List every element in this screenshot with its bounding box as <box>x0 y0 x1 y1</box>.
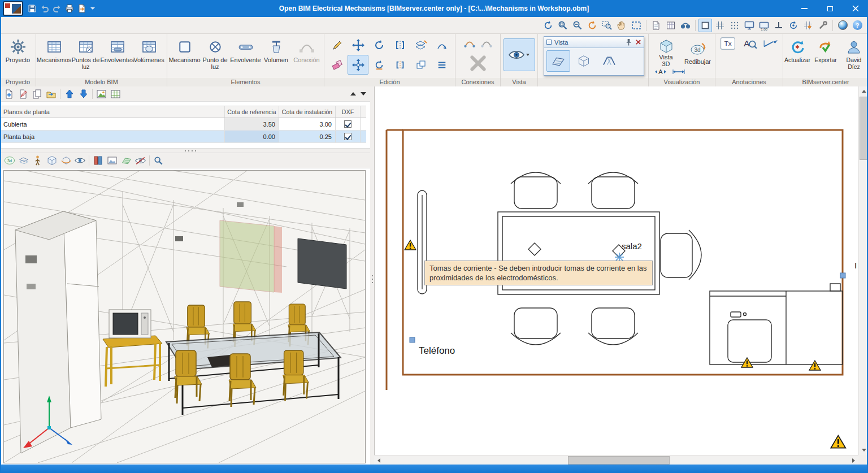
walkthrough-person-icon[interactable] <box>31 154 45 167</box>
bim-3d-sphere-icon[interactable] <box>836 19 849 32</box>
connection-segment-icon[interactable] <box>462 38 477 49</box>
close-button[interactable] <box>843 0 868 17</box>
horizontal-scrollbar[interactable] <box>374 455 858 465</box>
table-row[interactable]: Cubierta 3.50 3.00 <box>0 118 366 131</box>
grid-icon[interactable] <box>713 19 727 32</box>
wrench-icon[interactable] <box>816 19 830 32</box>
light-symbols[interactable] <box>528 243 625 257</box>
envolvente-button[interactable]: Envolvente <box>231 35 261 77</box>
redibujar-button[interactable]: 3d Redibujar <box>682 37 714 67</box>
edit-pencil-icon[interactable] <box>327 35 348 55</box>
cube-view-icon[interactable] <box>45 154 59 167</box>
user-account-button[interactable]: David Díez <box>840 35 868 77</box>
microwave[interactable] <box>109 310 151 338</box>
import-plan-button[interactable] <box>44 88 58 101</box>
offset-arc-icon[interactable] <box>431 35 452 55</box>
vista-floating-panel[interactable]: Vista <box>544 36 644 76</box>
undo-button[interactable] <box>38 2 51 15</box>
column-header-ref[interactable]: Cota de referencia <box>225 106 279 118</box>
binoculars-icon[interactable] <box>679 19 692 32</box>
vertical-splitter[interactable] <box>370 86 374 465</box>
save-button[interactable] <box>26 2 38 15</box>
move-up-button[interactable] <box>62 88 76 101</box>
plan-inst-cell[interactable]: 3.00 <box>279 118 336 130</box>
grid-settings-icon[interactable] <box>801 19 815 32</box>
border-visibility-icon[interactable] <box>698 19 712 32</box>
find-text-icon[interactable]: A <box>740 35 759 52</box>
text-tool-icon[interactable]: Tx <box>718 35 737 52</box>
scroll-left-button[interactable] <box>374 455 384 465</box>
mecanismo-button[interactable]: Mecanismo <box>170 35 200 77</box>
rotate-copy-icon[interactable] <box>368 55 389 75</box>
column-header-name[interactable]: Planos de planta <box>0 106 225 118</box>
edit-plan-button[interactable] <box>16 88 30 101</box>
visibility-eye-button[interactable] <box>504 38 535 71</box>
hide-elements-icon[interactable] <box>133 154 147 167</box>
section-columns-icon[interactable] <box>91 154 105 167</box>
duplicate-icon[interactable] <box>410 55 431 75</box>
exportar-button[interactable]: Exportar <box>811 35 840 77</box>
dxf-checkbox[interactable] <box>344 133 351 140</box>
zoom-window-icon[interactable] <box>600 19 614 32</box>
punto-de-luz-button[interactable]: Punto de luz <box>200 35 231 77</box>
mecanismos-button[interactable]: Mecanismos <box>38 35 70 77</box>
glazed-partition[interactable] <box>220 220 282 293</box>
add-plan-button[interactable] <box>2 88 16 101</box>
quick-access-caret-icon[interactable] <box>90 7 95 10</box>
collapse-up-button[interactable] <box>348 88 358 101</box>
pin-icon[interactable] <box>626 38 632 46</box>
workplane-icon[interactable] <box>119 154 133 167</box>
screen-icon[interactable] <box>743 19 756 32</box>
zoom-out-icon[interactable] <box>571 19 584 32</box>
volumenes-button[interactable]: Volúmenes <box>133 35 165 77</box>
rotate-icon[interactable] <box>368 35 389 55</box>
redraw-icon[interactable] <box>585 19 599 32</box>
view-3d-canvas[interactable] <box>3 170 366 463</box>
zoom-extents-icon[interactable] <box>556 19 570 32</box>
redo-button[interactable] <box>51 2 63 15</box>
plan-dxf-cell[interactable] <box>336 131 361 142</box>
envolventes-button[interactable]: Envolventes <box>102 35 133 77</box>
plan-inst-cell[interactable]: 0.25 <box>279 131 336 142</box>
fridge[interactable] <box>15 211 101 453</box>
zoom-3d-icon[interactable] <box>151 154 166 167</box>
view-3d-cube-button[interactable] <box>572 50 596 72</box>
puntos-de-luz-button[interactable]: Puntos de luz <box>70 35 102 77</box>
plan-ref-cell[interactable]: 0.00 <box>225 131 279 142</box>
plan-dxf-cell[interactable] <box>336 118 361 130</box>
print-button[interactable] <box>63 2 76 15</box>
actualizar-button[interactable]: Actualizar <box>783 35 811 77</box>
array-layers-icon[interactable] <box>431 55 452 75</box>
table-row-selected[interactable]: Planta baja 0.00 0.25 <box>0 131 366 143</box>
proyecto-button[interactable]: Proyecto <box>2 35 34 77</box>
layout-composition-icon[interactable] <box>664 19 678 32</box>
volumen-button[interactable]: Volumen <box>261 35 292 77</box>
perspective-view-button[interactable] <box>597 50 621 72</box>
warning-icon[interactable] <box>405 240 416 250</box>
floor-plan-canvas[interactable]: sala2 Teléfono I Tomas de corriente - Se… <box>374 86 858 455</box>
rotate-center-icon[interactable] <box>787 19 800 32</box>
plan-ref-cell[interactable]: 3.50 <box>225 118 279 130</box>
scroll-right-button[interactable] <box>849 455 858 465</box>
dxf-checkbox[interactable] <box>344 120 351 128</box>
minimize-button[interactable] <box>792 0 817 17</box>
plan-view-button[interactable] <box>546 50 570 72</box>
mirror-copy-icon[interactable] <box>389 55 410 75</box>
warning-icon-large[interactable] <box>831 436 845 448</box>
erase-icon[interactable] <box>327 55 348 75</box>
text-size-icon[interactable]: A <box>653 67 668 77</box>
scale-100-icon[interactable]: 1.00 <box>757 19 771 32</box>
mirror-icon[interactable] <box>389 35 410 55</box>
help-icon[interactable]: ? <box>850 19 864 32</box>
plans-table-header[interactable]: Planos de planta Cota de referencia Cota… <box>0 106 366 118</box>
frame-icon[interactable] <box>630 19 643 32</box>
perpendicular-icon[interactable] <box>772 19 785 32</box>
export-file-button[interactable] <box>76 2 88 15</box>
leader-arrow-icon[interactable] <box>761 35 780 52</box>
panel-close-icon[interactable] <box>635 39 641 45</box>
snap-grid-icon[interactable] <box>728 19 741 32</box>
maximize-button[interactable] <box>817 0 843 17</box>
orbit-cube-icon[interactable] <box>59 154 73 167</box>
column-header-inst[interactable]: Cota de instalación <box>279 106 336 118</box>
collapse-down-button[interactable] <box>358 88 368 101</box>
